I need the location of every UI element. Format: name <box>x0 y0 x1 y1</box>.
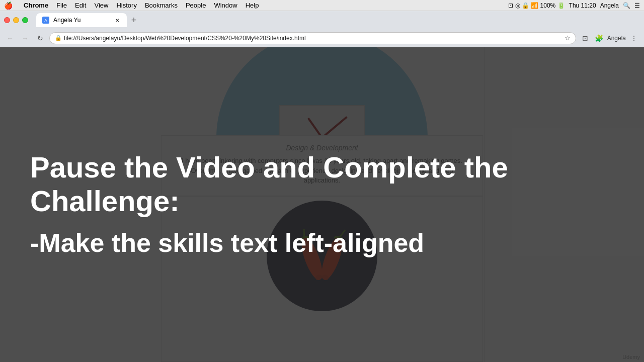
traffic-light-maximize[interactable] <box>22 17 28 23</box>
menu-bookmarks[interactable]: Bookmarks <box>145 2 178 9</box>
menu-help[interactable]: Help <box>246 2 259 9</box>
menu-bar-icons: ⊡ ◎ 🔒 📶 100% 🔋 <box>508 2 565 9</box>
tab-title: Angela Yu <box>53 17 81 24</box>
menu-window[interactable]: Window <box>214 2 237 9</box>
menu-view[interactable]: View <box>94 2 108 9</box>
extensions-icon[interactable]: 🧩 <box>593 32 605 44</box>
browser-tab-active[interactable]: A Angela Yu ✕ <box>36 13 127 27</box>
cast-icon[interactable]: ⊡ <box>579 32 591 44</box>
menu-history[interactable]: History <box>116 2 136 9</box>
lock-icon: 🔒 <box>55 35 62 41</box>
chrome-toolbar-icons: ⊡ 🧩 Angela ⋮ <box>579 32 640 44</box>
website-body: Design & Development I have been tinkeri… <box>0 47 644 362</box>
traffic-lights <box>4 17 28 23</box>
tab-bar: A Angela Yu ✕ + <box>36 13 141 27</box>
menu-hamburger-icon[interactable]: ☰ <box>634 2 640 9</box>
chrome-titlebar: A Angela Yu ✕ + <box>0 11 644 29</box>
menu-search-icon[interactable]: 🔍 <box>623 2 630 9</box>
new-tab-button[interactable]: + <box>127 13 141 27</box>
apple-logo: 🍎 <box>4 2 13 10</box>
traffic-light-minimize[interactable] <box>13 17 19 23</box>
forward-button[interactable]: → <box>19 32 31 44</box>
menu-right-items: ⊡ ◎ 🔒 📶 100% 🔋 Thu 11:20 Angela 🔍 ☰ <box>508 2 640 9</box>
overlay-subtitle: -Make the skills text left-aligned <box>30 228 614 258</box>
address-bar[interactable]: 🔒 file:///Users/angelayu/Desktop/Web%20D… <box>49 32 576 44</box>
challenge-overlay: Pause the Video and Complete the Challen… <box>0 47 644 362</box>
menu-edit[interactable]: Edit <box>75 2 86 9</box>
menu-file[interactable]: File <box>56 2 67 9</box>
menu-clock: Thu 11:20 <box>569 2 596 9</box>
traffic-light-close[interactable] <box>4 17 10 23</box>
url-text: file:///Users/angelayu/Desktop/Web%20Dev… <box>64 35 306 42</box>
tab-close-button[interactable]: ✕ <box>114 17 121 24</box>
menu-chrome[interactable]: Chrome <box>24 2 48 9</box>
main-content: Design & Development I have been tinkeri… <box>0 47 644 362</box>
overlay-title: Pause the Video and Complete the Challen… <box>30 151 614 218</box>
menu-people[interactable]: People <box>186 2 206 9</box>
menu-user: Angela <box>600 2 619 9</box>
address-bar-row: ← → ↻ 🔒 file:///Users/angelayu/Desktop/W… <box>0 29 644 47</box>
macos-menu-bar: 🍎 Chrome File Edit View History Bookmark… <box>0 0 644 11</box>
refresh-button[interactable]: ↻ <box>34 32 46 44</box>
chrome-user-badge[interactable]: Angela <box>607 35 626 42</box>
back-button[interactable]: ← <box>4 32 16 44</box>
chrome-menu-icon[interactable]: ⋮ <box>628 32 640 44</box>
tab-favicon: A <box>42 17 49 24</box>
bookmark-star-icon[interactable]: ☆ <box>565 34 571 42</box>
menu-items: Chrome File Edit View History Bookmarks … <box>24 2 259 9</box>
